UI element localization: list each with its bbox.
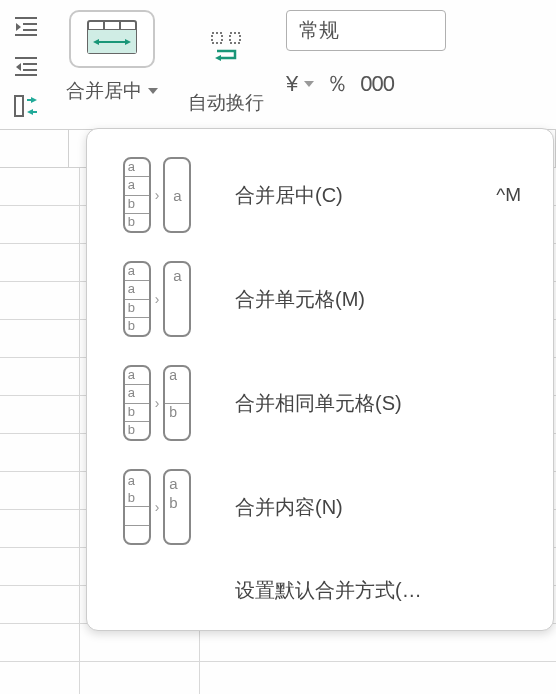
svg-rect-24: [230, 33, 240, 43]
number-format-select[interactable]: 常规: [286, 10, 446, 51]
merge-center-button[interactable]: 合并居中: [60, 4, 164, 106]
arrow-right-icon: ›: [155, 499, 160, 515]
svg-marker-14: [27, 109, 33, 115]
merge-same-icon: aabb › ab: [111, 365, 203, 441]
merge-content-icon: ab › ab: [111, 469, 203, 545]
decrease-indent-icon[interactable]: [10, 12, 42, 40]
increase-indent-icon[interactable]: [10, 52, 42, 80]
merge-cells-icon: aabb › a: [111, 261, 203, 337]
merge-label: 合并居中: [66, 78, 142, 104]
svg-marker-25: [215, 55, 221, 61]
menu-merge-same[interactable]: aabb › ab 合并相同单元格(S): [87, 351, 553, 455]
merge-dropdown-menu: aabb › a 合并居中(C) ^M aabb › a 合并单元格(M) aa…: [86, 128, 554, 631]
wrap-text-button[interactable]: 自动换行: [188, 4, 264, 116]
col-header-h[interactable]: [0, 130, 69, 167]
currency-button[interactable]: ¥: [286, 71, 298, 97]
svg-rect-23: [212, 33, 222, 43]
percent-button[interactable]: ％: [326, 69, 348, 99]
menu-default-settings[interactable]: 设置默认合并方式(…: [87, 559, 553, 616]
wrap-text-icon: [207, 28, 245, 70]
arrow-right-icon: ›: [155, 395, 160, 411]
grid-row: [0, 662, 556, 694]
text-direction-icon[interactable]: [10, 92, 42, 120]
menu-merge-cells[interactable]: aabb › a 合并单元格(M): [87, 247, 553, 351]
arrow-right-icon: ›: [155, 187, 160, 203]
arrow-right-icon: ›: [155, 291, 160, 307]
menu-item-label: 合并单元格(M): [235, 286, 529, 313]
ribbon-toolbar: 合并居中 自动换行 常规 ¥ ％ 000: [0, 0, 556, 130]
menu-item-label: 合并居中(C): [235, 182, 496, 209]
svg-marker-4: [16, 23, 21, 31]
svg-marker-12: [31, 97, 37, 103]
svg-marker-9: [16, 63, 21, 71]
merge-dropdown-trigger[interactable]: 合并居中: [66, 78, 158, 104]
menu-merge-content[interactable]: ab › ab 合并内容(N): [87, 455, 553, 559]
menu-item-shortcut: ^M: [496, 184, 521, 206]
wrap-text-label: 自动换行: [188, 90, 264, 116]
menu-item-label: 合并内容(N): [235, 494, 529, 521]
indent-icons-group: [0, 4, 52, 128]
comma-style-button[interactable]: 000: [360, 71, 394, 97]
menu-item-label: 合并相同单元格(S): [235, 390, 529, 417]
chevron-down-icon: [304, 81, 314, 87]
svg-rect-10: [15, 96, 23, 116]
number-format-group: 常规 ¥ ％ 000: [286, 4, 556, 99]
chevron-down-icon: [148, 88, 158, 94]
merge-icon: [69, 10, 155, 68]
merge-center-icon: aabb › a: [111, 157, 203, 233]
menu-merge-center[interactable]: aabb › a 合并居中(C) ^M: [87, 143, 553, 247]
